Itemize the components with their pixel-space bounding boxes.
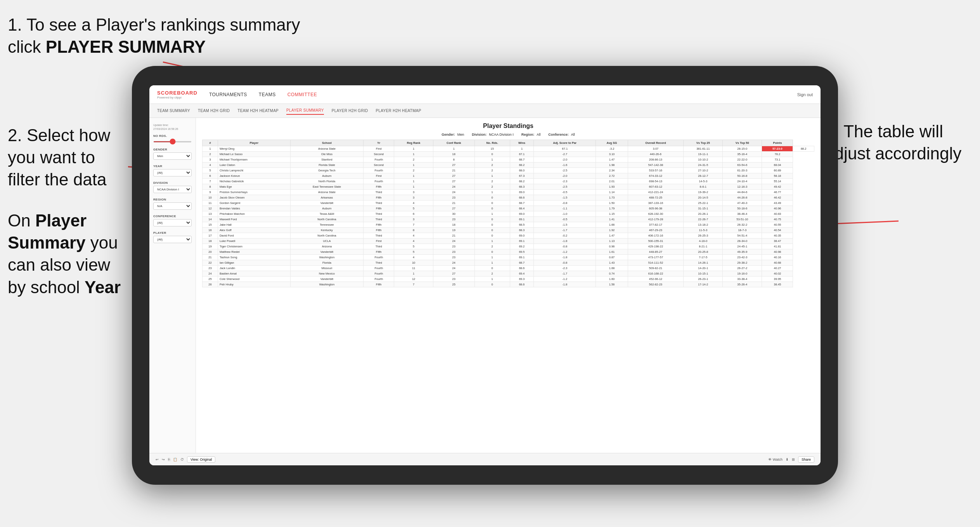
annotation-2-text3: filter the data	[8, 170, 106, 189]
table-row: 1Wenyi DingArizona StateFirst1115167.1-3…	[203, 146, 814, 152]
update-time: Update time: 27/03/2024 16:56:26	[153, 123, 192, 131]
col-points: Points	[762, 140, 793, 146]
col-vs-top25: Vs Top 25	[684, 140, 723, 146]
division-label: Division	[153, 181, 192, 185]
clock-btn[interactable]: ⏱	[180, 458, 184, 461]
annotation-3-text2: adjust accordingly	[825, 144, 961, 163]
division-section: Division NCAA Division I	[153, 181, 192, 193]
table-area: Player Standings Gender: Men Division: N…	[196, 118, 821, 453]
region-select[interactable]: N/A	[153, 202, 192, 210]
col-avg-sg: Avg SG	[596, 140, 628, 146]
table-row: 23Jack LundinMissouriFourth1124068.6-2.3…	[203, 266, 814, 271]
sub-nav: TEAM SUMMARY TEAM H2H GRID TEAM H2H HEAT…	[149, 104, 821, 118]
table-row: 4Luke ClatonFlorida StateSecond127268.2-…	[203, 162, 814, 168]
col-no-rds: No. Rds.	[474, 140, 510, 146]
filter-conference: Conference: All	[548, 133, 575, 137]
subnav-player-summary[interactable]: PLAYER SUMMARY	[286, 107, 324, 115]
table-title: Player Standings	[202, 123, 814, 130]
annotation-1-text: 1. To see a Player's rankings summary cl…	[8, 15, 300, 56]
scoreboard-logo: SCOREBOARD Powered by clippi	[157, 90, 197, 99]
top-nav: SCOREBOARD Powered by clippi TOURNAMENTS…	[149, 85, 821, 104]
subnav-team-h2h-grid[interactable]: TEAM H2H GRID	[198, 107, 230, 114]
redo-btn[interactable]: ↪	[162, 458, 165, 461]
download-btn[interactable]: ⬇	[786, 458, 789, 461]
division-select[interactable]: NCAA Division I	[153, 186, 192, 193]
table-row: 12Brendan ValdesAuburnFifth527068.4-1.11…	[203, 206, 814, 211]
logo-text: SCOREBOARD	[157, 90, 197, 96]
year-select[interactable]: (All)	[153, 169, 192, 176]
subnav-team-summary[interactable]: TEAM SUMMARY	[157, 107, 190, 114]
year-label: Year	[153, 164, 192, 168]
col-rank: #	[203, 140, 218, 146]
col-wins: Wins	[510, 140, 534, 146]
table-row: 5Christo LamprechtGeorgia TechFourth2212…	[203, 168, 814, 173]
undo-btn[interactable]: ↩	[156, 458, 159, 461]
table-row: 2Michael Le SassoOle MissSecond118067.1-…	[203, 152, 814, 157]
annotation-2-text: 2. Select how	[8, 126, 110, 145]
conference-label: Conference	[153, 214, 192, 218]
annotation-4: On PlayerSummary youcan also viewby scho…	[8, 209, 136, 298]
table-row: 11Gordon SargentVanderbiltThird421068.7-…	[203, 200, 814, 206]
subnav-player-h2h-grid[interactable]: PLAYER H2H GRID	[332, 107, 368, 114]
share-btn[interactable]: Share	[798, 456, 814, 463]
table-row: 14Maxwell FordNorth CarolinaThird323069.…	[203, 217, 814, 222]
view-original-btn[interactable]: View: Original	[187, 456, 215, 463]
paste-btn[interactable]: 📋	[173, 458, 177, 461]
annotation-4-text: On PlayerSummary youcan also viewby scho…	[8, 211, 121, 297]
nav-committee[interactable]: COMMITTEE	[287, 90, 317, 99]
table-row: 25Cole SherwoodVanderbiltFourth1223169.3…	[203, 276, 814, 282]
table-row: 26Petr HrubyWashingtonFifth725068.6-1.81…	[203, 282, 814, 287]
grid-btn[interactable]: ⊞	[792, 458, 795, 461]
copy-btn[interactable]: ⎘	[168, 458, 170, 461]
tablet-device: SCOREBOARD Powered by clippi TOURNAMENTS…	[132, 66, 838, 485]
nav-teams[interactable]: TEAMS	[259, 90, 276, 99]
sign-out-link[interactable]: Sign out	[797, 92, 813, 97]
table-row: 21Tashiun SongWashingtonFourth423169.1-1…	[203, 255, 814, 260]
main-content: Update time: 27/03/2024 16:56:26 No Rds.…	[149, 118, 821, 453]
annotation-2-text2: you want to	[8, 148, 95, 167]
region-label: Region	[153, 198, 192, 201]
watch-btn[interactable]: 👁 Watch	[768, 458, 783, 461]
player-label: Player	[153, 231, 192, 235]
table-row: 24Bastien AmatNew MexicoFourth127269.4-1…	[203, 271, 814, 276]
nav-right: Sign out	[797, 92, 813, 97]
col-vs-top50: Vs Top 50	[723, 140, 762, 146]
table-row: 18Luke PowellUCLAFirst424169.1-1.81.1350…	[203, 238, 814, 244]
player-select[interactable]: (All)	[153, 236, 192, 243]
filters-row: Gender: Men Division: NCAA Division I Re…	[202, 133, 814, 137]
table-row: 13Phichaksn MaichonTexas A&MThird630169.…	[203, 211, 814, 217]
no-rds-section: No Rds.	[153, 134, 192, 143]
col-conf-rank: Conf Rank	[433, 140, 474, 146]
table-header-row: # Player School Yr Reg Rank Conf Rank No…	[203, 140, 814, 146]
table-row: 15Jake HallTennesseeFifth718068.5-1.51.6…	[203, 222, 814, 228]
subnav-player-h2h-heatmap[interactable]: PLAYER H2H HEATMAP	[376, 107, 421, 114]
nav-items: TOURNAMENTS TEAMS COMMITTEE	[209, 90, 797, 99]
table-row: 6Jackson KoivunAuburnFirst127167.3-2.02.…	[203, 173, 814, 179]
nav-tournaments[interactable]: TOURNAMENTS	[209, 90, 247, 99]
conference-select[interactable]: (All)	[153, 219, 192, 226]
annotation-2: 2. Select how you want to filter the dat…	[8, 124, 136, 191]
region-section: Region N/A	[153, 198, 192, 210]
annotation-1: 1. To see a Player's rankings summary cl…	[8, 14, 303, 58]
col-school: School	[290, 140, 363, 146]
table-row: 17David FordNorth CarolinaThird421069.0-…	[203, 233, 814, 238]
table-body: 1Wenyi DingArizona StateFirst1115167.1-3…	[203, 146, 814, 287]
annotation-3-text: 3. The table will	[825, 122, 943, 141]
gender-section: Gender Men	[153, 148, 192, 160]
table-row: 9Preston SummerhaysArizona StateThird324…	[203, 190, 814, 195]
col-player: Player	[218, 140, 290, 146]
table-row: 20Matthew RiedelVanderbiltFifth523069.5-…	[203, 249, 814, 255]
tablet-screen: SCOREBOARD Powered by clippi TOURNAMENTS…	[149, 85, 821, 465]
player-standings-table: # Player School Yr Reg Rank Conf Rank No…	[202, 140, 814, 287]
no-rds-slider[interactable]	[153, 141, 192, 142]
conference-section: Conference (All)	[153, 214, 192, 226]
annotation-3: 3. The table will adjust accordingly	[825, 120, 972, 164]
table-row: 16Alex GoffKentuckyFifth819068.3-1.71.92…	[203, 228, 814, 233]
filter-division: Division: NCAA Division I	[472, 133, 514, 137]
col-overall-record: Overall Record	[628, 140, 684, 146]
subnav-team-h2h-heatmap[interactable]: TEAM H2H HEATMAP	[237, 107, 279, 114]
gender-select[interactable]: Men	[153, 152, 192, 160]
table-row: 3Michael ThorbjornsenStanfordFourth28168…	[203, 157, 814, 162]
table-row: 10Jacob Skov OlesenArkansasFifth323068.6…	[203, 195, 814, 200]
filter-gender: Gender: Men	[442, 133, 464, 137]
